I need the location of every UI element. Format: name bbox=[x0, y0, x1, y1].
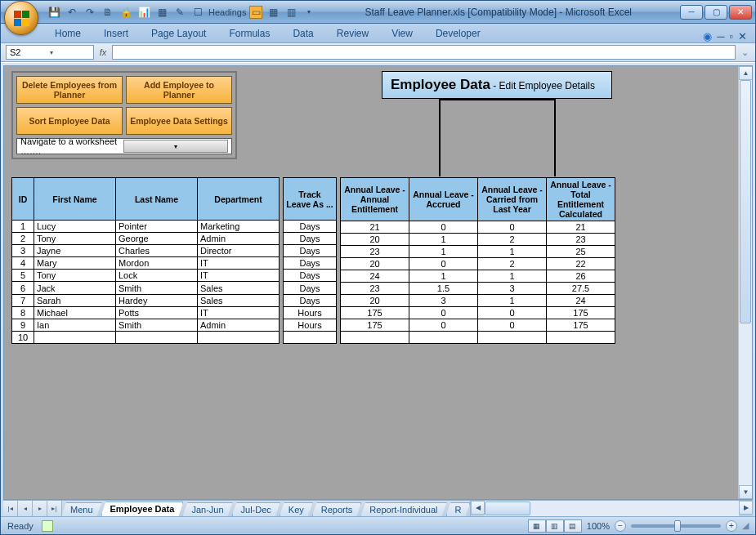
cell[interactable]: 0 bbox=[478, 221, 547, 234]
cell[interactable]: 1 bbox=[12, 221, 34, 233]
sheet-tab[interactable]: Employee Data bbox=[101, 502, 184, 516]
cell[interactable]: 2 bbox=[12, 233, 34, 245]
cell[interactable]: 23 bbox=[341, 246, 409, 258]
cell[interactable]: IT bbox=[198, 270, 280, 282]
cell[interactable] bbox=[409, 332, 478, 344]
table-row[interactable]: Days bbox=[284, 294, 337, 306]
cell[interactable]: Mordon bbox=[116, 257, 198, 270]
doc-icon[interactable]: ☐ bbox=[190, 5, 205, 20]
cell[interactable] bbox=[478, 332, 547, 344]
cell[interactable]: 5 bbox=[12, 270, 34, 282]
cell[interactable]: Potts bbox=[116, 306, 198, 319]
cell[interactable]: IT bbox=[198, 257, 280, 270]
cell[interactable]: George bbox=[116, 233, 198, 245]
normal-view-icon[interactable]: ▦ bbox=[528, 519, 546, 533]
table-row[interactable]: 210021 bbox=[341, 221, 615, 234]
zoom-level[interactable]: 100% bbox=[587, 521, 610, 531]
cell[interactable]: Days bbox=[284, 294, 337, 306]
add-employee-button[interactable]: Add Employee to Planner bbox=[126, 76, 232, 104]
cell[interactable] bbox=[341, 332, 409, 344]
cell[interactable]: 1 bbox=[478, 295, 547, 307]
table-row[interactable]: 9IanSmithAdmin bbox=[12, 319, 280, 331]
cell[interactable]: 1 bbox=[409, 246, 478, 258]
cell[interactable]: 9 bbox=[12, 319, 34, 331]
tab-formulas[interactable]: Formulas bbox=[217, 25, 281, 42]
cell[interactable]: 25 bbox=[547, 246, 615, 258]
cell[interactable]: 4 bbox=[12, 257, 34, 270]
help-icon[interactable]: ◉ bbox=[703, 30, 712, 42]
sheet-tab[interactable]: Jul-Dec bbox=[232, 502, 280, 516]
sheet-tab[interactable]: Menu bbox=[62, 502, 102, 516]
cell[interactable]: Lock bbox=[116, 270, 198, 282]
print-preview-icon[interactable]: 🗎 bbox=[101, 5, 115, 20]
cell[interactable]: Hardey bbox=[116, 294, 198, 306]
minimize-button[interactable]: ─ bbox=[680, 5, 703, 20]
table-row[interactable]: 5TonyLockIT bbox=[12, 270, 280, 282]
cell[interactable]: Lucy bbox=[34, 221, 116, 233]
cell[interactable]: Hours bbox=[284, 319, 337, 331]
delete-employees-button[interactable]: Delete Employees from Planner bbox=[16, 76, 123, 104]
scroll-left-icon[interactable]: ◀ bbox=[471, 501, 485, 515]
table-row[interactable]: 3JayneCharlesDirector bbox=[12, 245, 280, 257]
expand-formula-bar-icon[interactable]: ⌄ bbox=[739, 47, 750, 58]
fx-icon[interactable]: fx bbox=[97, 47, 109, 57]
cell[interactable]: Days bbox=[284, 245, 337, 257]
table-row[interactable]: Days bbox=[284, 257, 337, 270]
cell[interactable]: Jayne bbox=[34, 245, 116, 257]
table-row[interactable]: 6JackSmithSales bbox=[12, 282, 280, 294]
worksheet-area[interactable]: Delete Employees from Planner Add Employ… bbox=[4, 66, 738, 499]
table-row[interactable]: Days bbox=[284, 245, 337, 257]
sort-employee-data-button[interactable]: Sort Employee Data bbox=[16, 107, 123, 135]
tab-home[interactable]: Home bbox=[43, 25, 92, 42]
cell[interactable]: Sarah bbox=[34, 294, 116, 306]
cell[interactable]: 8 bbox=[12, 306, 34, 319]
tab-page-layout[interactable]: Page Layout bbox=[140, 25, 217, 42]
tab-insert[interactable]: Insert bbox=[92, 25, 140, 42]
table-row[interactable]: 201223 bbox=[341, 234, 615, 246]
minimize-ribbon-icon[interactable]: ─ bbox=[717, 30, 724, 42]
cell[interactable]: 20 bbox=[341, 234, 409, 246]
cell[interactable]: 22 bbox=[547, 258, 615, 270]
cell[interactable]: Tony bbox=[34, 233, 116, 245]
table-row[interactable]: Hours bbox=[284, 319, 337, 331]
cell[interactable]: 3 bbox=[409, 295, 478, 307]
table-row[interactable]: Days bbox=[284, 270, 337, 282]
chart-icon[interactable]: 📊 bbox=[136, 5, 151, 20]
track-leave-table[interactable]: Track Leave As ... DaysDaysDaysDaysDaysD… bbox=[283, 177, 337, 344]
cell[interactable]: Director bbox=[198, 245, 280, 257]
resize-grip-icon[interactable]: ◢ bbox=[742, 520, 749, 531]
scroll-up-icon[interactable]: ▲ bbox=[739, 66, 753, 80]
table-row[interactable]: 17500175 bbox=[341, 319, 615, 332]
sheet-tab[interactable]: R bbox=[446, 502, 471, 516]
next-sheet-icon[interactable]: ▸ bbox=[33, 501, 47, 516]
restore-workbook-icon[interactable]: ▫ bbox=[729, 30, 733, 42]
cell[interactable] bbox=[34, 331, 116, 343]
view-icon-3[interactable]: ▥ bbox=[284, 5, 298, 20]
zoom-out-icon[interactable]: − bbox=[615, 520, 626, 532]
cell[interactable]: 20 bbox=[341, 258, 409, 270]
cell[interactable]: 1 bbox=[478, 270, 547, 283]
cell[interactable]: 21 bbox=[547, 221, 615, 234]
cell[interactable]: Mary bbox=[34, 257, 116, 270]
cell[interactable]: Days bbox=[284, 221, 337, 233]
last-sheet-icon[interactable]: ▸| bbox=[47, 501, 62, 516]
table-row[interactable]: 17500175 bbox=[341, 307, 615, 319]
redo-icon[interactable]: ↷ bbox=[83, 5, 97, 20]
cell[interactable]: Charles bbox=[116, 245, 198, 257]
zoom-slider[interactable] bbox=[631, 524, 721, 528]
cell[interactable] bbox=[547, 332, 615, 344]
cell[interactable]: 0 bbox=[409, 319, 478, 332]
formula-input[interactable] bbox=[112, 45, 736, 60]
navigate-worksheet-dropdown[interactable]: Navigate to a worksheet ……. ▾ bbox=[16, 138, 232, 154]
cell[interactable]: 2 bbox=[478, 234, 547, 246]
cell[interactable]: Days bbox=[284, 270, 337, 282]
cell[interactable]: 1.5 bbox=[409, 283, 478, 295]
cell[interactable]: 21 bbox=[341, 221, 409, 234]
cell[interactable]: 1 bbox=[409, 270, 478, 283]
cell[interactable]: Days bbox=[284, 282, 337, 294]
table-row[interactable]: 231.5327.5 bbox=[341, 283, 615, 295]
page-break-view-icon[interactable]: ▤ bbox=[564, 519, 582, 533]
cell[interactable]: 27.5 bbox=[547, 283, 615, 295]
horizontal-scrollbar[interactable]: ◀ ▶ bbox=[470, 501, 753, 516]
cell[interactable]: 20 bbox=[341, 295, 409, 307]
